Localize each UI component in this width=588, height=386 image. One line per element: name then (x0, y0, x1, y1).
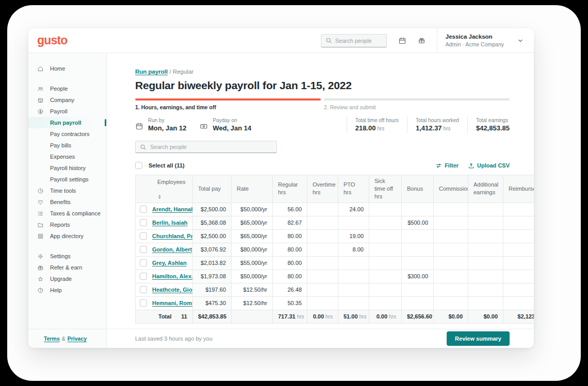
sidebar-item-people[interactable]: People (28, 83, 106, 94)
employee-link[interactable]: Churchland, Pa... (152, 233, 193, 239)
filter-button[interactable]: Filter (435, 162, 459, 169)
gusto-logo: gusto (37, 33, 68, 47)
sidebar-item-label: App directory (50, 233, 84, 239)
stat-unit: hrs (444, 126, 451, 131)
row-checkbox[interactable] (140, 286, 147, 293)
table-cell (307, 296, 338, 310)
table-cell: 19.00 (338, 229, 369, 243)
table-cell: 82.67 (273, 216, 307, 229)
table-cell: $300.00 (402, 270, 434, 283)
sidebar-item-app-directory[interactable]: App directory (28, 230, 106, 242)
sidebar-item-taxes-compliance[interactable]: Taxes & compliance (28, 208, 106, 219)
step-1-label: 1. Hours, earnings, and time off (135, 104, 321, 110)
people-search-input[interactable] (150, 144, 272, 150)
row-checkbox[interactable] (140, 246, 147, 253)
table-cell: $2,500.00 (193, 229, 232, 243)
payday-label: Payday on (213, 118, 251, 123)
employee-link[interactable]: Gordon, Albert (152, 246, 192, 253)
sidebar-item-settings[interactable]: Settings (28, 250, 106, 262)
employee-link[interactable]: Heathcote, Gio... (152, 287, 193, 293)
sidebar-item-expenses[interactable]: Expenses (28, 151, 106, 162)
settings-icon (37, 253, 44, 260)
progress-segment-inactive (324, 98, 510, 100)
sidebar-item-refer-earn[interactable]: Refer & earn (28, 262, 106, 273)
stat-value: 1,412.37hrs (416, 124, 459, 132)
user-menu[interactable]: Jessica Jackson Admin · Acme Company (437, 32, 534, 48)
employee-link[interactable]: Grey, Ashlan (152, 260, 187, 266)
table-cell (434, 256, 468, 270)
calendar-icon[interactable] (398, 37, 406, 45)
search-icon (325, 37, 332, 44)
table-cell (434, 203, 468, 216)
gift-icon[interactable] (418, 37, 426, 44)
total-cell: $0.00 (468, 310, 503, 323)
table-row: Berlin, Isaiah$5,368.08$65,000/yr82.67$5… (136, 216, 534, 229)
sidebar-item-payroll[interactable]: Payroll (28, 106, 106, 117)
employee-link[interactable]: Berlin, Isaiah (152, 220, 187, 226)
table-cell: $475.30 (193, 296, 232, 310)
people-search[interactable] (135, 141, 277, 153)
sidebar-item-label: Taxes & compliance (50, 210, 101, 216)
sidebar-item-benefits[interactable]: Benefits (28, 196, 106, 208)
sidebar-item-time-tools[interactable]: Time tools (28, 185, 106, 196)
row-checkbox[interactable] (140, 299, 147, 307)
employee-link[interactable]: Hamilton, Alex... (152, 273, 193, 279)
column-header-additional-earnings: Additional earnings (468, 175, 503, 203)
table-cell: $65,000/yr (232, 216, 273, 229)
row-checkbox[interactable] (140, 206, 147, 213)
sidebar-item-help[interactable]: Help (28, 284, 106, 296)
breadcrumb-run-payroll-link[interactable]: Run payroll (135, 69, 168, 75)
upload-csv-button[interactable]: Upload CSV (468, 162, 510, 169)
sidebar-item-company[interactable]: Company (28, 94, 106, 106)
sidebar-item-payroll-history[interactable]: Payroll history (28, 162, 106, 174)
global-search[interactable] (321, 34, 387, 47)
sidebar-item-reports[interactable]: Reports (28, 219, 106, 230)
row-checkbox[interactable] (140, 219, 147, 226)
employee-link[interactable]: Arendt, Hannah (152, 206, 193, 212)
total-cell: $2,123 (503, 310, 534, 323)
footer-separator: & (62, 335, 66, 342)
column-header-employees[interactable]: Employees (136, 175, 193, 203)
table-cell (503, 296, 534, 310)
row-checkbox[interactable] (140, 273, 147, 280)
sort-icon[interactable] (157, 194, 187, 199)
stat-block-2: Total earnings$42,853.85 (467, 116, 510, 133)
upgrade-icon (37, 275, 44, 283)
row-checkbox[interactable] (140, 259, 147, 266)
table-cell: 8.00 (338, 243, 369, 256)
total-cell: 51.00hrs (338, 310, 369, 323)
sidebar-item-pay-contractors[interactable]: Pay contractors (28, 128, 106, 140)
table-cell (338, 283, 369, 296)
stat-block-1: Total hours worked1,412.37hrs (407, 116, 459, 133)
column-header-bonus: Bonus (402, 175, 434, 203)
review-summary-button[interactable]: Review summary (447, 331, 510, 346)
column-header-sick-time-off-hrs: Sick time off hrs (369, 175, 402, 203)
chevron-down-icon (517, 38, 524, 44)
column-header-label: Rate (237, 186, 249, 192)
table-cell (369, 229, 402, 243)
totals-stats: Total time off hours218.00hrsTotal hours… (338, 116, 510, 133)
employee-cell: Berlin, Isaiah (136, 216, 193, 229)
row-checkbox[interactable] (140, 232, 147, 240)
table-cell (402, 256, 434, 270)
table-cell: $12.50/hr (232, 296, 273, 310)
total-cell: 0.00hrs (369, 310, 402, 323)
global-search-input[interactable] (335, 38, 382, 44)
table-cell: $3,076.92 (193, 243, 232, 256)
run-by-value: Mon, Jan 12 (148, 124, 186, 132)
sidebar-item-upgrade[interactable]: Upgrade (28, 273, 106, 284)
sidebar-item-run-payroll[interactable]: Run payroll (28, 117, 106, 128)
employee-link[interactable]: Hemnani, Romil (152, 300, 193, 306)
column-header-overtime-hrs: Overtime hrs (307, 175, 338, 203)
privacy-link[interactable]: Privacy (68, 335, 87, 342)
stat-label: Total earnings (476, 118, 510, 123)
sidebar-item-pay-bills[interactable]: Pay bills (28, 140, 106, 151)
select-all-checkbox[interactable] (135, 162, 142, 169)
sidebar-item-payroll-settings[interactable]: Payroll settings (28, 174, 106, 185)
total-value: 51.00 (344, 313, 358, 320)
sidebar-item-home[interactable]: Home (28, 63, 106, 74)
column-header-label: Total pay (198, 186, 221, 192)
total-unit: hrs (325, 314, 333, 320)
sidebar-item-label: People (50, 86, 68, 92)
terms-link[interactable]: Terms (44, 335, 60, 342)
